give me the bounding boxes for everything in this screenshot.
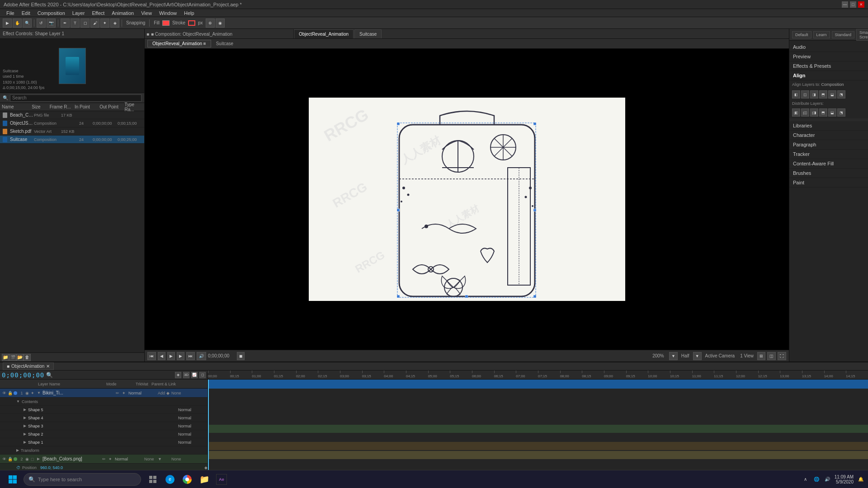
composition-canvas[interactable]: RRCG 人人素材 RRCG 人人素材 RRCG — [309, 98, 625, 301]
layer-2-lock[interactable]: 🔒 — [7, 457, 13, 461]
menu-help[interactable]: Help — [180, 9, 198, 17]
dist-right-btn[interactable]: |◨ — [810, 108, 818, 117]
project-file-sketch[interactable]: Sketch.pdf Vector Art 152 KB — [0, 127, 144, 136]
project-file-suitcase[interactable]: Suitcase Composition 24 0;00;00;00 0;00;… — [0, 136, 144, 144]
menu-animation[interactable]: Animation — [108, 9, 137, 17]
ws-standard[interactable]: Standard — [832, 31, 855, 38]
layer-1-visibility[interactable]: 👁 — [1, 391, 7, 395]
play-btn[interactable]: ▶ — [167, 352, 175, 360]
shape-tool[interactable]: ◻ — [80, 19, 90, 28]
transform-fold[interactable]: ▶ — [16, 448, 19, 452]
clone-tool[interactable]: ✦ — [100, 19, 109, 28]
camera-tool[interactable]: 📷 — [47, 19, 56, 28]
panel-character[interactable]: Character — [789, 131, 868, 140]
add-keyframe-btn[interactable]: ⊕ — [206, 19, 215, 28]
align-bottom-btn[interactable]: ⬔ — [837, 90, 845, 99]
text-tool[interactable]: T — [71, 19, 80, 28]
shape3-fold[interactable]: ▶ — [24, 424, 26, 428]
shape2-row[interactable]: ▶ Shape 2 Normal — [0, 430, 208, 438]
panel-brushes[interactable]: Brushes — [789, 169, 868, 178]
shape4-fold[interactable]: ▶ — [24, 416, 26, 420]
full-screen-btn[interactable]: ⛶ — [778, 352, 786, 360]
tray-up-arrow[interactable]: ∧ — [802, 476, 809, 483]
graph-editor-btn[interactable]: 📈 — [191, 372, 198, 378]
zoom-tool[interactable]: 🔍 — [23, 19, 32, 28]
stroke-color-swatch[interactable] — [188, 20, 195, 26]
brush-tool[interactable]: 🖌 — [90, 19, 99, 28]
solo-btn[interactable]: ◉ — [216, 19, 225, 28]
project-file-objectjs[interactable]: ObjectJS_Animation Composition 24 0;00;0… — [0, 119, 144, 127]
layer-2-row[interactable]: 👁 🔒 2 ◉ ◻ ▶ [Beach_Colors.png] ✏ ✦ Norma… — [0, 455, 208, 464]
panel-audio[interactable]: Audio — [789, 42, 868, 52]
align-right-btn[interactable]: ◨ — [810, 90, 818, 99]
menu-layer[interactable]: Layer — [69, 9, 89, 17]
files-icon-btn[interactable]: 📁 — [196, 471, 212, 488]
quality-menu-btn[interactable]: ▼ — [693, 352, 702, 360]
rotation-tool[interactable]: ↺ — [37, 19, 46, 28]
ws-default[interactable]: Default — [792, 31, 811, 38]
draft-3d-btn[interactable]: 3D — [183, 372, 189, 378]
timeline-search-icon[interactable]: 🔍 — [46, 372, 53, 378]
layer-1-paint[interactable]: ✦ — [122, 391, 128, 395]
menu-view[interactable]: View — [137, 9, 156, 17]
ws-learn[interactable]: Learn — [813, 31, 830, 38]
panel-preview[interactable]: Preview — [789, 52, 868, 61]
layer-1-solo[interactable]: ◉ — [25, 391, 31, 395]
menu-effect[interactable]: Effect — [88, 9, 108, 17]
shape5-fold[interactable]: ▶ — [24, 408, 26, 412]
dist-vcenter-btn[interactable]: ⬓ — [828, 108, 836, 117]
minimize-button[interactable]: — — [842, 1, 848, 8]
align-vcenter-btn[interactable]: ⬓ — [828, 90, 836, 99]
panel-tracker[interactable]: Tracker — [789, 150, 868, 159]
shape5-row[interactable]: ▶ Shape 5 Normal — [0, 406, 208, 414]
comp-collapse-btn[interactable]: ◻ — [199, 372, 206, 378]
timeline-comp-tab[interactable]: ■ ObjectAnimation ✕ — [3, 362, 54, 370]
close-button[interactable]: ✕ — [858, 1, 864, 8]
start-button[interactable] — [4, 473, 22, 486]
layer-1-row[interactable]: 👁 🔒 1 ◉ ✦ ▼ Bikini_Ti... ✏ ✦ Normal Add … — [0, 389, 208, 398]
shape1-row[interactable]: ▶ Shape 1 Normal — [0, 438, 208, 446]
eraser-tool[interactable]: ◈ — [110, 19, 119, 28]
new-folder-btn[interactable]: 📂 — [16, 354, 24, 361]
viewer-tab-objectreveal[interactable]: ObjectReveal_Animation ≡ — [147, 40, 211, 47]
ws-small-screen[interactable]: Small Screen — [856, 29, 868, 41]
menu-window[interactable]: Window — [156, 9, 180, 17]
taskview-btn[interactable] — [145, 471, 161, 488]
position2-keyframe[interactable]: ◆ — [204, 465, 208, 470]
prev-frame-btn[interactable]: ◀ — [158, 352, 165, 360]
align-hcenter-btn[interactable]: ◫ — [801, 90, 809, 99]
tray-notification[interactable]: 🔔 — [857, 476, 864, 483]
selection-tool[interactable]: ▶ — [3, 19, 12, 28]
contents-fold[interactable]: ▼ — [16, 399, 20, 404]
layer-2-solo[interactable]: ◉ — [25, 457, 31, 461]
shape3-row[interactable]: ▶ Shape 3 Normal — [0, 422, 208, 430]
new-comp-btn[interactable]: 🎬 — [9, 354, 16, 361]
audio-btn[interactable]: 🔊 — [197, 352, 206, 360]
project-search-input[interactable] — [10, 94, 142, 102]
zoom-menu-btn[interactable]: ▼ — [669, 352, 678, 360]
tray-network-icon[interactable]: 🌐 — [813, 476, 820, 483]
ae-icon-btn[interactable]: Ae — [213, 471, 230, 488]
position2-stopwatch[interactable]: ⏱ — [16, 465, 20, 470]
taskbar-search[interactable]: 🔍 Type here to search — [24, 473, 141, 486]
dist-top-btn[interactable]: ⬒ — [819, 108, 827, 117]
layer-1-lock[interactable]: 🔒 — [7, 391, 13, 395]
panel-effects-presets[interactable]: Effects & Presets — [789, 61, 868, 71]
clock-area[interactable]: 11:09 AM 5/9/2020 — [835, 474, 854, 484]
next-frame-btn[interactable]: ▶ — [177, 352, 184, 360]
maximize-button[interactable]: □ — [850, 1, 856, 8]
panel-libraries[interactable]: Libraries — [789, 121, 868, 131]
layer-1-edit[interactable]: ✏ — [116, 391, 122, 395]
motion-blur-btn[interactable]: ◈ — [175, 372, 181, 378]
layer-2-paint[interactable]: ✦ — [108, 457, 115, 461]
align-left-btn[interactable]: ◧ — [792, 90, 800, 99]
shape2-fold[interactable]: ▶ — [24, 432, 26, 436]
new-item-btn[interactable]: 📁 — [2, 354, 9, 361]
panel-content-aware-fill[interactable]: Content-Aware Fill — [789, 159, 868, 169]
layer-1-expand[interactable]: ▼ — [37, 391, 42, 395]
layer-1-contents[interactable]: ▼ Contents — [0, 398, 208, 406]
dist-hcenter-btn[interactable]: |◫ — [801, 108, 809, 117]
shape4-row[interactable]: ▶ Shape 4 Normal — [0, 414, 208, 422]
layer-2-edit[interactable]: ✏ — [102, 457, 108, 461]
time-display[interactable]: 0;00;00;00 — [2, 371, 44, 379]
